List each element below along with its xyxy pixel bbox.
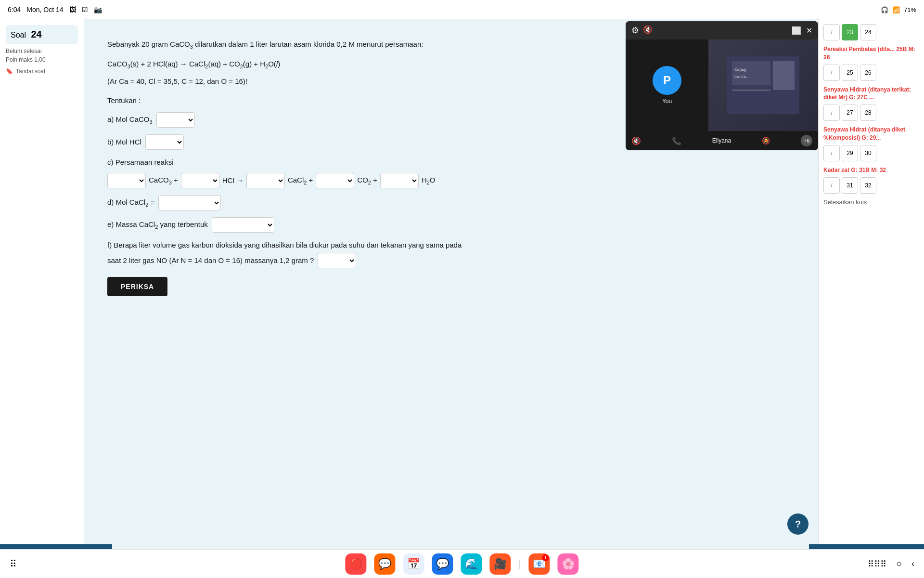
sub-question-f: f) Berapa liter volume gas karbon dioksi… bbox=[107, 239, 795, 268]
sub-b-label: b) Mol HCl bbox=[107, 136, 141, 148]
bluetooth-icon: 🎧 bbox=[881, 6, 888, 13]
mol-hcl-dropdown[interactable]: 0.1 0.2 0.4 bbox=[145, 134, 184, 150]
app-notification[interactable]: 📧 1 bbox=[529, 553, 550, 575]
tandai-soal-button[interactable]: 🔖 Tandai soal bbox=[6, 68, 45, 75]
section-title-1: Pereaksi Pembatas (dita... 25B M: 26 bbox=[823, 45, 919, 62]
right-panel: i 23 24 Pereaksi Pembatas (dita... 25B M… bbox=[818, 19, 924, 544]
left-sidebar: Soal 24 Belum selesai Poin maks 1,00 🔖 T… bbox=[0, 19, 84, 544]
phone-icon[interactable]: 📞 bbox=[672, 136, 681, 145]
soal-number: 24 bbox=[31, 29, 41, 39]
q-cell-29[interactable]: 29 bbox=[842, 145, 858, 161]
mol-caco3-dropdown[interactable]: 0.1 0.2 0.5 bbox=[156, 112, 195, 128]
reaction-coeff-4[interactable]: 123 bbox=[316, 173, 354, 188]
plus6-badge[interactable]: +6 bbox=[801, 135, 812, 146]
battery-display: 71% bbox=[904, 6, 916, 13]
svg-rect-5 bbox=[773, 61, 795, 90]
q-cell-i2[interactable]: i bbox=[823, 65, 840, 81]
h2o-label: H2O bbox=[422, 174, 436, 187]
ellyana-label: Ellyana bbox=[712, 137, 731, 144]
sub-e-label: e) Massa CaCl2 yang terbentuk bbox=[107, 219, 208, 232]
reaction-coeff-3[interactable]: 123 bbox=[246, 173, 285, 188]
q-cell-i5[interactable]: i bbox=[823, 177, 840, 194]
time-display: 6:04 bbox=[8, 6, 21, 13]
question-grid-5: i 31 32 bbox=[823, 177, 919, 194]
bookmark-icon: 🔖 bbox=[6, 68, 13, 75]
q-cell-27[interactable]: 27 bbox=[842, 105, 858, 121]
reaction-row: 123 CaCO3 + 123 HCl → 123 CaCl2 + 123 CO… bbox=[107, 173, 795, 188]
q-cell-30[interactable]: 30 bbox=[860, 145, 876, 161]
sub-question-e: e) Massa CaCl2 yang terbentuk 11.1 gram … bbox=[107, 217, 795, 233]
app-chat[interactable]: 💬 bbox=[432, 553, 453, 575]
check-icon: ☑ bbox=[82, 6, 88, 13]
q-cell-24[interactable]: 24 bbox=[860, 24, 876, 40]
svg-text:CaCO₃: CaCO₃ bbox=[734, 75, 746, 79]
apps-grid-icon[interactable]: ⠿ bbox=[10, 558, 17, 570]
tandai-label: Tandai soal bbox=[16, 68, 45, 75]
sub-f-text2: saat 2 liter gas NO (Ar N = 14 dan O = 1… bbox=[107, 255, 314, 266]
q-cell-26[interactable]: 26 bbox=[860, 65, 876, 81]
taskbar-right: ⠿⠿⠿ ○ ‹ bbox=[868, 558, 914, 569]
sub-f-line2: saat 2 liter gas NO (Ar N = 14 dan O = 1… bbox=[107, 253, 795, 268]
q-cell-i3[interactable]: i bbox=[823, 105, 840, 121]
svg-text:Ca(aq): Ca(aq) bbox=[734, 67, 746, 72]
section-title-4: Kadar zat G: 31B M: 32 bbox=[823, 166, 919, 174]
sub-d-label: d) Mol CaCl2 = bbox=[107, 197, 154, 210]
cacl2-label: CaCl2 + bbox=[288, 174, 313, 187]
wifi-icon: 📶 bbox=[892, 6, 900, 13]
back-nav[interactable]: ‹ bbox=[911, 559, 914, 569]
volume-co2-dropdown[interactable]: 1 L 2 L bbox=[318, 253, 356, 268]
mol-cacl2-dropdown[interactable]: 0.1 0.2 bbox=[158, 195, 221, 210]
hcl-label: HCl → bbox=[222, 175, 244, 186]
selesaikan-label: Selesaikan kuis bbox=[823, 198, 919, 206]
section-title-3: Senyawa Hidrat (ditanya diket %Komposisi… bbox=[823, 126, 919, 142]
video-bottom-bar: 🔇 📞 Ellyana 🔕 +6 bbox=[626, 131, 818, 150]
massa-cacl2-dropdown[interactable]: 11.1 gram 22.2 gram bbox=[212, 217, 274, 233]
soal-poin: Poin maks 1,00 bbox=[6, 56, 78, 63]
video-controls: ⚙ 🔇 bbox=[631, 25, 653, 36]
q-cell-28[interactable]: 28 bbox=[860, 105, 876, 121]
sub-question-d: d) Mol CaCl2 = 0.1 0.2 bbox=[107, 195, 795, 210]
periksa-button[interactable]: PERIKSA bbox=[107, 277, 167, 296]
section-title-2: Senyawa Hidrat (ditanya terikat; diket M… bbox=[823, 86, 919, 102]
circle-nav[interactable]: ○ bbox=[896, 558, 902, 569]
q-cell-31[interactable]: 31 bbox=[842, 177, 858, 194]
expand-icon[interactable]: ⬜ bbox=[792, 26, 801, 35]
date-display: Mon, Oct 14 bbox=[26, 6, 63, 13]
q-cell-i1[interactable]: i bbox=[823, 24, 840, 40]
reaction-coeff-2[interactable]: 123 bbox=[181, 173, 219, 188]
avatar: P bbox=[653, 66, 681, 95]
help-button[interactable]: ? bbox=[787, 513, 808, 535]
q-cell-25[interactable]: 25 bbox=[842, 65, 858, 81]
video-overlay: ⚙ 🔇 ⬜ ✕ P You Ca(aq) CaCO₃ bbox=[626, 21, 818, 150]
close-icon[interactable]: ✕ bbox=[806, 26, 812, 35]
notification-badge: 1 bbox=[542, 554, 549, 561]
home-nav[interactable]: ⠿⠿⠿ bbox=[868, 559, 886, 569]
question-grid-2: i 25 26 bbox=[823, 65, 919, 81]
svg-rect-1 bbox=[732, 61, 770, 85]
app-messages[interactable]: 💬 bbox=[374, 553, 395, 575]
video-content: Ca(aq) CaCO₃ bbox=[708, 39, 818, 131]
question-grid-4: i 29 30 bbox=[823, 145, 919, 161]
you-label: You bbox=[662, 98, 672, 105]
app-wave[interactable]: 🌊 bbox=[461, 553, 482, 575]
reaction-coeff-1[interactable]: 123 bbox=[107, 173, 146, 188]
video-icon: 📷 bbox=[94, 6, 102, 13]
mic-off-icon: 🔕 bbox=[762, 137, 770, 144]
app-calendar[interactable]: 📅 bbox=[403, 553, 424, 575]
video-body: P You Ca(aq) CaCO₃ bbox=[626, 39, 818, 131]
soal-label: Soal bbox=[11, 31, 26, 39]
app-video[interactable]: 🎥 bbox=[489, 553, 511, 575]
app-red[interactable]: 🔴 bbox=[345, 553, 366, 575]
q-cell-i4[interactable]: i bbox=[823, 145, 840, 161]
q-cell-32[interactable]: 32 bbox=[860, 177, 876, 194]
taskbar-center: 🔴 💬 📅 💬 🌊 🎥 | 📧 1 🌸 bbox=[345, 553, 578, 575]
settings-icon[interactable]: ⚙ bbox=[631, 25, 639, 36]
question-grid-1: i 23 24 bbox=[823, 24, 919, 40]
app-sakura[interactable]: 🌸 bbox=[558, 553, 579, 575]
reaction-coeff-5[interactable]: 123 bbox=[380, 173, 419, 188]
mic-status-icon: 🔇 bbox=[643, 25, 653, 36]
video-header: ⚙ 🔇 ⬜ ✕ bbox=[626, 21, 818, 39]
sub-question-c-label: c) Persamaan reaksi bbox=[107, 157, 795, 168]
status-left: 6:04 Mon, Oct 14 🖼 ☑ 📷 bbox=[8, 6, 102, 13]
q-cell-23[interactable]: 23 bbox=[842, 24, 858, 40]
